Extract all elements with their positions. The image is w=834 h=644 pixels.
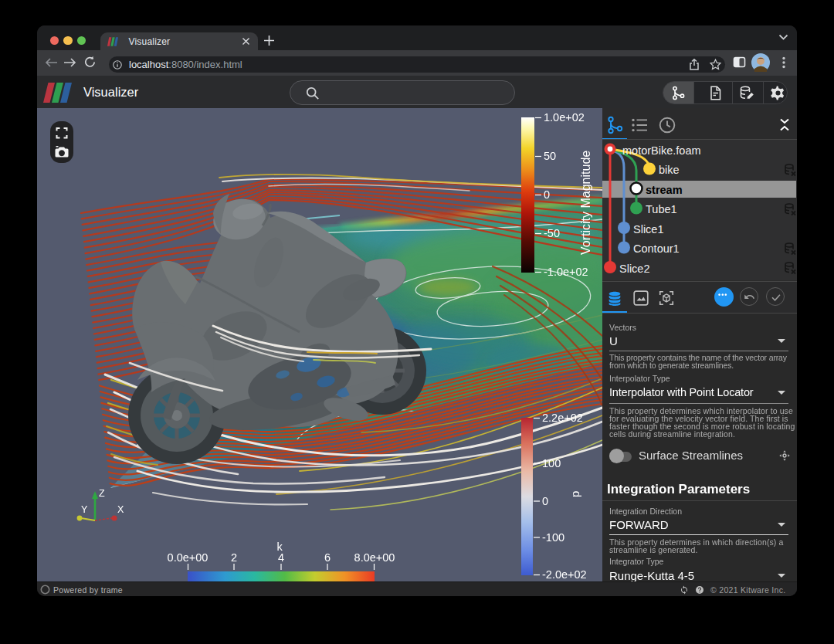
svg-text:0: 0 <box>542 495 548 507</box>
svg-text:50: 50 <box>544 150 556 162</box>
svg-text:100: 100 <box>542 457 561 469</box>
svg-text:-100: -100 <box>542 531 564 544</box>
svg-text:4: 4 <box>278 551 284 564</box>
svg-text:6: 6 <box>324 551 331 564</box>
svg-text:X: X <box>117 504 124 515</box>
svg-text:p: p <box>568 491 581 497</box>
svg-text:0.0e+00: 0.0e+00 <box>168 551 208 564</box>
svg-text:-2.0e+02: -2.0e+02 <box>542 568 587 581</box>
svg-text:Z: Z <box>99 488 105 499</box>
svg-text:2.2e+02: 2.2e+02 <box>542 412 583 424</box>
svg-text:Y: Y <box>81 504 88 515</box>
svg-text:0: 0 <box>544 188 550 201</box>
svg-text:Vorticity Magnitude: Vorticity Magnitude <box>579 151 592 255</box>
svg-text:8.0e+00: 8.0e+00 <box>354 551 395 564</box>
svg-text:-50: -50 <box>544 227 560 239</box>
svg-text:2: 2 <box>231 551 237 564</box>
svg-text:1.0e+02: 1.0e+02 <box>544 111 585 124</box>
svg-text:-1.0e+02: -1.0e+02 <box>544 266 588 278</box>
